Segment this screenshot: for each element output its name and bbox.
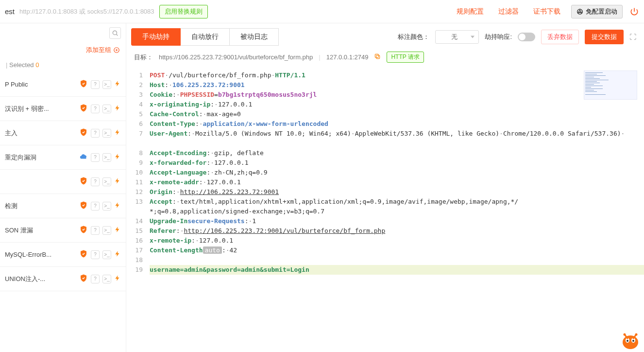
list-item-label: P Public: [5, 81, 76, 88]
bolt-icon[interactable]: [114, 274, 121, 284]
help-icon[interactable]: ?: [91, 250, 100, 259]
shield-icon: [79, 201, 88, 211]
add-to-group-button[interactable]: 添加至组: [86, 46, 120, 54]
terminal-icon[interactable]: >_: [102, 129, 111, 138]
shield-icon: [79, 176, 88, 187]
launch-button[interactable]: 免配置启动: [571, 5, 623, 18]
svg-point-11: [624, 334, 626, 336]
enable-rules-button[interactable]: 启用替换规则: [159, 5, 208, 18]
list-item[interactable]: UNION注入-...?>_: [0, 267, 126, 291]
title-suffix: est: [5, 7, 15, 16]
list-item[interactable]: 检测?>_: [0, 194, 126, 218]
terminal-icon[interactable]: >_: [102, 226, 111, 235]
main: 添加至组 | Selected 0 P Public?>_汉识别 + 弱密...…: [0, 23, 644, 352]
mark-color-select[interactable]: 无: [435, 30, 479, 44]
editor[interactable]: 12345678910111213141516171819 POST·/vul/…: [126, 69, 644, 352]
shield-icon: [79, 225, 88, 235]
terminal-icon[interactable]: >_: [102, 177, 111, 186]
mark-color-label: 标注颜色：: [398, 33, 429, 41]
minimap[interactable]: ▬▬▬▬▬▬▬▬▬▬▬▬▬▬▬▬▬▬▬▬▬▬▬▬▬▬▬▬▬▬▬▬▬▬▬▬▬▬▬▬…: [584, 70, 637, 100]
list-item[interactable]: 重定向漏洞?>_: [0, 145, 126, 170]
help-icon[interactable]: ?: [91, 129, 100, 138]
bolt-icon[interactable]: [114, 250, 121, 260]
list-item[interactable]: 主入?>_: [0, 121, 126, 145]
list-item[interactable]: SON 泄漏?>_: [0, 218, 126, 243]
list-item[interactable]: P Public?>_: [0, 72, 126, 97]
search-icon: [112, 30, 119, 36]
bolt-icon[interactable]: [114, 153, 121, 162]
add-label: 添加至组: [86, 46, 111, 54]
help-icon[interactable]: ?: [91, 153, 100, 162]
list-item-label: 检测: [5, 202, 76, 211]
sidebar: 添加至组 | Selected 0 P Public?>_汉识别 + 弱密...…: [0, 23, 126, 352]
svg-point-9: [627, 340, 628, 342]
mascot-icon[interactable]: [619, 328, 642, 351]
tabs-right: 标注颜色： 无 劫持响应: 丢弃数据 提交数据 ⛶: [398, 30, 636, 44]
terminal-icon[interactable]: >_: [102, 153, 111, 162]
http-request-badge: HTTP 请求: [387, 52, 424, 63]
svg-point-2: [113, 31, 117, 35]
list-item-label: SON 泄漏: [5, 226, 76, 235]
power-icon[interactable]: [629, 7, 639, 17]
svg-rect-4: [376, 55, 380, 59]
hijack-resp-toggle[interactable]: [518, 33, 535, 41]
svg-point-10: [632, 340, 634, 342]
nav-filters[interactable]: 过滤器: [494, 7, 523, 16]
tab-manual[interactable]: 手动劫持: [131, 28, 181, 46]
shield-icon: [79, 104, 88, 114]
copy-icon[interactable]: [374, 53, 381, 61]
target-row: 目标： https://106.225.223.72:9001/vul/burt…: [126, 46, 644, 69]
help-icon[interactable]: ?: [91, 226, 100, 235]
bolt-icon[interactable]: [114, 80, 121, 89]
tab-auto[interactable]: 自动放行: [181, 28, 230, 46]
client-addr: 127.0.0.1:2749: [326, 53, 369, 61]
line-gutter: 12345678910111213141516171819: [126, 70, 150, 275]
nav-cert[interactable]: 证书下载: [529, 7, 564, 16]
svg-point-12: [635, 334, 638, 336]
plus-circle-icon: [113, 47, 120, 53]
help-icon[interactable]: ?: [91, 105, 100, 113]
bolt-icon[interactable]: [114, 201, 121, 211]
launch-label: 免配置启动: [586, 7, 617, 16]
list-item-label: MySQL-ErrorB...: [5, 251, 76, 258]
list-item-label: UNION注入-...: [5, 275, 76, 283]
terminal-icon[interactable]: >_: [102, 202, 111, 211]
list-item-label: 重定向漏洞: [5, 153, 76, 162]
hijack-resp-label: 劫持响应:: [485, 33, 512, 41]
submit-button[interactable]: 提交数据: [585, 30, 624, 44]
help-icon[interactable]: ?: [91, 80, 100, 89]
terminal-icon[interactable]: >_: [102, 105, 111, 113]
svg-rect-5: [375, 54, 379, 57]
bolt-icon[interactable]: [114, 226, 121, 235]
selected-label: Selected: [9, 61, 34, 69]
terminal-icon[interactable]: >_: [102, 250, 111, 259]
sidebar-search-row: [0, 23, 126, 43]
terminal-icon[interactable]: >_: [102, 80, 111, 89]
help-icon[interactable]: ?: [91, 275, 100, 283]
discard-button[interactable]: 丢弃数据: [541, 30, 579, 44]
bolt-icon[interactable]: [114, 128, 121, 138]
shield-icon: [79, 249, 88, 260]
shield-icon: [79, 79, 88, 89]
topbar-left: est http://127.0.0.1:8083 或 socks5://127…: [5, 5, 208, 18]
code-area[interactable]: POST·/vul/burteforce/bf_form.php·HTTP/1.…: [150, 70, 644, 275]
help-icon[interactable]: ?: [91, 177, 100, 186]
sidebar-list[interactable]: P Public?>_汉识别 + 弱密...?>_主入?>_重定向漏洞?>_?>…: [0, 72, 126, 352]
expand-icon[interactable]: ⛶: [629, 33, 636, 41]
search-button[interactable]: [109, 27, 121, 39]
svg-point-6: [623, 335, 638, 349]
cloud-icon: [79, 152, 88, 162]
nav-rules[interactable]: 规则配置: [453, 7, 488, 16]
terminal-icon[interactable]: >_: [102, 275, 111, 283]
bolt-icon[interactable]: [114, 104, 121, 114]
topbar: est http://127.0.0.1:8083 或 socks5://127…: [0, 0, 644, 23]
sidebar-add-row: 添加至组: [0, 43, 126, 57]
list-item[interactable]: ?>_: [0, 170, 126, 194]
list-item[interactable]: 汉识别 + 弱密...?>_: [0, 97, 126, 121]
selected-row: | Selected 0: [0, 57, 126, 72]
bolt-icon[interactable]: [114, 177, 121, 187]
tab-passive[interactable]: 被动日志: [230, 28, 279, 46]
list-item[interactable]: MySQL-ErrorB...?>_: [0, 243, 126, 267]
help-icon[interactable]: ?: [91, 202, 100, 211]
selected-count: 0: [35, 61, 39, 69]
